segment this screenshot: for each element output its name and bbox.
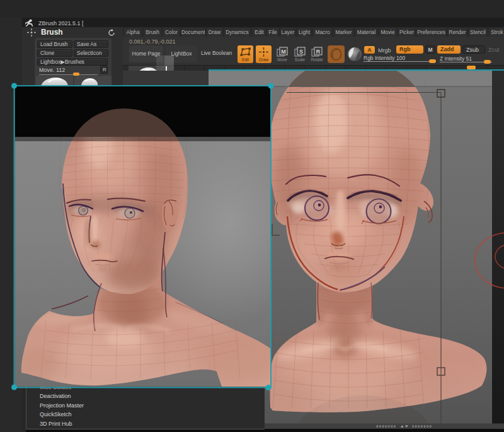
svg-text:R: R <box>316 49 321 55</box>
svg-text:S: S <box>299 49 303 55</box>
svg-text:M: M <box>281 49 286 55</box>
